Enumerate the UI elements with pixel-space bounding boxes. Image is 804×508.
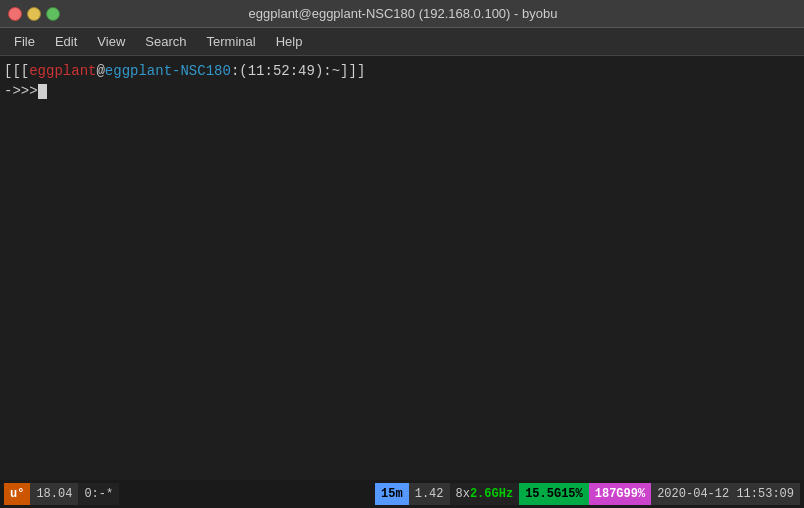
- bracket-outer-open: [[[: [4, 62, 29, 82]
- menu-search[interactable]: Search: [135, 31, 196, 52]
- menu-file[interactable]: File: [4, 31, 45, 52]
- menubar: File Edit View Search Terminal Help: [0, 28, 804, 56]
- titlebar: eggplant@eggplant-NSC180 (192.168.0.100)…: [0, 0, 804, 28]
- status-session: 0:-*: [78, 483, 119, 505]
- status-u-badge: u°: [4, 483, 30, 505]
- cpu-freq-label: 2.6GHz: [470, 487, 513, 501]
- username: eggplant: [29, 62, 96, 82]
- cpu-cores-label: 8x: [456, 487, 470, 501]
- disk-used: 187G: [595, 487, 624, 501]
- cursor: [38, 84, 47, 99]
- terminal-area[interactable]: [[[eggplant@eggplant-NSC180:(11:52:49):~…: [0, 56, 804, 480]
- window-title: eggplant@eggplant-NSC180 (192.168.0.100)…: [60, 6, 746, 21]
- at-sign: @: [96, 62, 104, 82]
- window-controls[interactable]: [8, 7, 60, 21]
- status-mem-usage: 15.5G15%: [519, 483, 589, 505]
- status-load-avg: 1.42: [409, 483, 450, 505]
- mem-pct: 15%: [561, 487, 583, 501]
- terminal-line-2: ->>>: [4, 82, 800, 102]
- terminal-line-1: [[[eggplant@eggplant-NSC180:(11:52:49):~…: [4, 62, 800, 82]
- close-button[interactable]: [8, 7, 22, 21]
- hostname: eggplant-NSC180: [105, 62, 231, 82]
- maximize-button[interactable]: [46, 7, 60, 21]
- status-time: 11:53:09: [736, 487, 794, 501]
- prompt-arrow: ->>>: [4, 82, 38, 102]
- status-mem-window: 15m: [375, 483, 409, 505]
- menu-terminal[interactable]: Terminal: [197, 31, 266, 52]
- menu-view[interactable]: View: [87, 31, 135, 52]
- status-cpu-cores: 8x2.6GHz: [450, 483, 520, 505]
- status-datetime: 2020-04-12 11:53:09: [651, 483, 800, 505]
- disk-pct: 99%: [624, 487, 646, 501]
- status-ubuntu-version: 18.04: [30, 483, 78, 505]
- menu-edit[interactable]: Edit: [45, 31, 87, 52]
- menu-help[interactable]: Help: [266, 31, 313, 52]
- prompt-rest: :(11:52:49):~]]]: [231, 62, 365, 82]
- status-date: 2020-04-12: [657, 487, 729, 501]
- minimize-button[interactable]: [27, 7, 41, 21]
- status-disk-usage: 187G99%: [589, 483, 651, 505]
- statusbar: u° 18.04 0:-* 15m 1.42 8x2.6GHz 15.5G15%…: [0, 480, 804, 508]
- mem-used: 15.5G: [525, 487, 561, 501]
